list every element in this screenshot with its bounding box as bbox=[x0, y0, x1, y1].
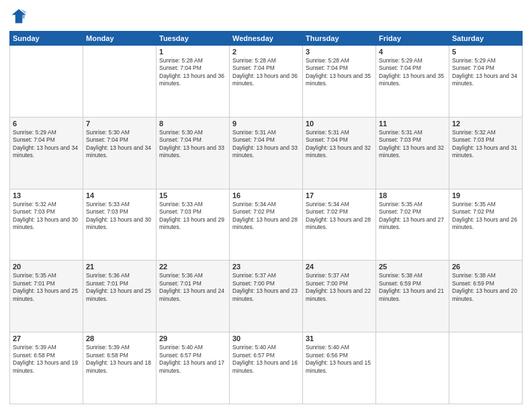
calendar-cell bbox=[83, 46, 157, 118]
day-number: 4 bbox=[379, 48, 446, 56]
weekday-header: Wednesday bbox=[230, 32, 303, 46]
logo-icon bbox=[9, 7, 28, 26]
logo bbox=[9, 7, 31, 26]
day-info: Sunrise: 5:32 AM Sunset: 7:03 PM Dayligh… bbox=[452, 129, 519, 160]
day-info: Sunrise: 5:30 AM Sunset: 7:04 PM Dayligh… bbox=[86, 129, 153, 160]
day-info: Sunrise: 5:39 AM Sunset: 6:58 PM Dayligh… bbox=[13, 344, 80, 375]
calendar-cell: 12Sunrise: 5:32 AM Sunset: 7:03 PM Dayli… bbox=[449, 117, 523, 189]
day-number: 16 bbox=[232, 191, 300, 199]
weekday-header: Friday bbox=[376, 32, 449, 46]
calendar-cell: 15Sunrise: 5:33 AM Sunset: 7:03 PM Dayli… bbox=[157, 189, 230, 261]
calendar-cell: 30Sunrise: 5:40 AM Sunset: 6:57 PM Dayli… bbox=[230, 332, 303, 404]
day-number: 26 bbox=[452, 263, 519, 271]
day-info: Sunrise: 5:36 AM Sunset: 7:01 PM Dayligh… bbox=[86, 272, 153, 303]
page: SundayMondayTuesdayWednesdayThursdayFrid… bbox=[0, 0, 532, 411]
day-number: 1 bbox=[159, 48, 226, 56]
calendar-cell: 3Sunrise: 5:28 AM Sunset: 7:04 PM Daylig… bbox=[303, 46, 376, 118]
calendar-cell bbox=[10, 46, 83, 118]
weekday-header: Monday bbox=[83, 32, 157, 46]
weekday-header: Thursday bbox=[303, 32, 376, 46]
calendar-cell: 8Sunrise: 5:30 AM Sunset: 7:04 PM Daylig… bbox=[157, 117, 230, 189]
day-info: Sunrise: 5:31 AM Sunset: 7:04 PM Dayligh… bbox=[306, 129, 373, 160]
calendar-cell: 17Sunrise: 5:34 AM Sunset: 7:02 PM Dayli… bbox=[303, 189, 376, 261]
day-number: 5 bbox=[452, 48, 519, 56]
calendar-cell: 19Sunrise: 5:35 AM Sunset: 7:02 PM Dayli… bbox=[449, 189, 523, 261]
calendar-cell bbox=[449, 332, 523, 404]
calendar-cell: 13Sunrise: 5:32 AM Sunset: 7:03 PM Dayli… bbox=[10, 189, 83, 261]
calendar-cell: 22Sunrise: 5:36 AM Sunset: 7:01 PM Dayli… bbox=[157, 261, 230, 332]
day-info: Sunrise: 5:30 AM Sunset: 7:04 PM Dayligh… bbox=[159, 129, 226, 160]
calendar-cell: 4Sunrise: 5:29 AM Sunset: 7:04 PM Daylig… bbox=[376, 46, 449, 118]
day-info: Sunrise: 5:36 AM Sunset: 7:01 PM Dayligh… bbox=[159, 272, 226, 303]
calendar-week-row: 20Sunrise: 5:35 AM Sunset: 7:01 PM Dayli… bbox=[10, 261, 523, 332]
calendar-cell: 5Sunrise: 5:29 AM Sunset: 7:04 PM Daylig… bbox=[449, 46, 523, 118]
calendar-cell: 7Sunrise: 5:30 AM Sunset: 7:04 PM Daylig… bbox=[83, 117, 157, 189]
calendar-cell: 9Sunrise: 5:31 AM Sunset: 7:04 PM Daylig… bbox=[230, 117, 303, 189]
day-number: 24 bbox=[306, 263, 373, 271]
day-number: 7 bbox=[86, 120, 153, 128]
day-info: Sunrise: 5:29 AM Sunset: 7:04 PM Dayligh… bbox=[13, 129, 80, 160]
day-number: 12 bbox=[452, 120, 519, 128]
day-number: 19 bbox=[452, 191, 519, 199]
calendar-cell: 6Sunrise: 5:29 AM Sunset: 7:04 PM Daylig… bbox=[10, 117, 83, 189]
header bbox=[9, 7, 523, 26]
day-number: 2 bbox=[232, 48, 300, 56]
day-number: 15 bbox=[159, 191, 226, 199]
day-info: Sunrise: 5:28 AM Sunset: 7:04 PM Dayligh… bbox=[306, 57, 373, 88]
day-info: Sunrise: 5:34 AM Sunset: 7:02 PM Dayligh… bbox=[306, 201, 373, 232]
day-info: Sunrise: 5:28 AM Sunset: 7:04 PM Dayligh… bbox=[159, 57, 226, 88]
calendar-cell: 18Sunrise: 5:35 AM Sunset: 7:02 PM Dayli… bbox=[376, 189, 449, 261]
weekday-header-row: SundayMondayTuesdayWednesdayThursdayFrid… bbox=[10, 32, 523, 46]
day-number: 6 bbox=[13, 120, 80, 128]
weekday-header: Tuesday bbox=[157, 32, 230, 46]
day-info: Sunrise: 5:34 AM Sunset: 7:02 PM Dayligh… bbox=[232, 201, 300, 232]
calendar-cell: 20Sunrise: 5:35 AM Sunset: 7:01 PM Dayli… bbox=[10, 261, 83, 332]
day-number: 20 bbox=[13, 263, 80, 271]
day-info: Sunrise: 5:28 AM Sunset: 7:04 PM Dayligh… bbox=[232, 57, 300, 88]
day-number: 27 bbox=[13, 334, 80, 342]
day-info: Sunrise: 5:33 AM Sunset: 7:03 PM Dayligh… bbox=[159, 201, 226, 232]
calendar-cell: 28Sunrise: 5:39 AM Sunset: 6:58 PM Dayli… bbox=[83, 332, 157, 404]
day-number: 3 bbox=[306, 48, 373, 56]
calendar-cell: 25Sunrise: 5:38 AM Sunset: 6:59 PM Dayli… bbox=[376, 261, 449, 332]
day-number: 17 bbox=[306, 191, 373, 199]
day-number: 10 bbox=[306, 120, 373, 128]
day-info: Sunrise: 5:40 AM Sunset: 6:57 PM Dayligh… bbox=[232, 344, 300, 375]
calendar-cell: 26Sunrise: 5:38 AM Sunset: 6:59 PM Dayli… bbox=[449, 261, 523, 332]
calendar-cell: 14Sunrise: 5:33 AM Sunset: 7:03 PM Dayli… bbox=[83, 189, 157, 261]
calendar-week-row: 6Sunrise: 5:29 AM Sunset: 7:04 PM Daylig… bbox=[10, 117, 523, 189]
day-number: 25 bbox=[379, 263, 446, 271]
day-info: Sunrise: 5:29 AM Sunset: 7:04 PM Dayligh… bbox=[379, 57, 446, 88]
day-number: 31 bbox=[306, 334, 373, 342]
day-number: 9 bbox=[232, 120, 300, 128]
day-info: Sunrise: 5:35 AM Sunset: 7:02 PM Dayligh… bbox=[379, 201, 446, 232]
calendar-table: SundayMondayTuesdayWednesdayThursdayFrid… bbox=[9, 31, 523, 404]
weekday-header: Sunday bbox=[10, 32, 83, 46]
calendar-week-row: 13Sunrise: 5:32 AM Sunset: 7:03 PM Dayli… bbox=[10, 189, 523, 261]
day-number: 29 bbox=[159, 334, 226, 342]
day-info: Sunrise: 5:29 AM Sunset: 7:04 PM Dayligh… bbox=[452, 57, 519, 88]
day-number: 18 bbox=[379, 191, 446, 199]
calendar-cell: 2Sunrise: 5:28 AM Sunset: 7:04 PM Daylig… bbox=[230, 46, 303, 118]
day-number: 30 bbox=[232, 334, 300, 342]
day-info: Sunrise: 5:33 AM Sunset: 7:03 PM Dayligh… bbox=[86, 201, 153, 232]
day-info: Sunrise: 5:32 AM Sunset: 7:03 PM Dayligh… bbox=[13, 201, 80, 232]
day-info: Sunrise: 5:37 AM Sunset: 7:00 PM Dayligh… bbox=[232, 272, 300, 303]
calendar-cell: 16Sunrise: 5:34 AM Sunset: 7:02 PM Dayli… bbox=[230, 189, 303, 261]
day-info: Sunrise: 5:31 AM Sunset: 7:03 PM Dayligh… bbox=[379, 129, 446, 160]
day-info: Sunrise: 5:38 AM Sunset: 6:59 PM Dayligh… bbox=[452, 272, 519, 303]
calendar-cell bbox=[376, 332, 449, 404]
day-number: 22 bbox=[159, 263, 226, 271]
day-number: 11 bbox=[379, 120, 446, 128]
day-info: Sunrise: 5:37 AM Sunset: 7:00 PM Dayligh… bbox=[306, 272, 373, 303]
day-info: Sunrise: 5:39 AM Sunset: 6:58 PM Dayligh… bbox=[86, 344, 153, 375]
day-number: 23 bbox=[232, 263, 300, 271]
day-number: 13 bbox=[13, 191, 80, 199]
day-number: 21 bbox=[86, 263, 153, 271]
calendar-cell: 31Sunrise: 5:40 AM Sunset: 6:56 PM Dayli… bbox=[303, 332, 376, 404]
day-info: Sunrise: 5:40 AM Sunset: 6:56 PM Dayligh… bbox=[306, 344, 373, 375]
day-number: 8 bbox=[159, 120, 226, 128]
calendar-cell: 11Sunrise: 5:31 AM Sunset: 7:03 PM Dayli… bbox=[376, 117, 449, 189]
calendar-cell: 24Sunrise: 5:37 AM Sunset: 7:00 PM Dayli… bbox=[303, 261, 376, 332]
calendar-week-row: 1Sunrise: 5:28 AM Sunset: 7:04 PM Daylig… bbox=[10, 46, 523, 118]
